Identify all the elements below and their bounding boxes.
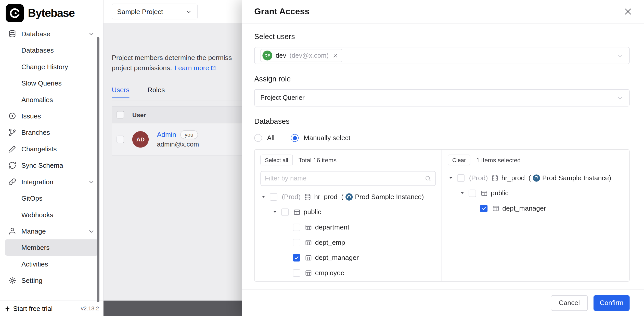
checkbox[interactable] — [293, 269, 300, 276]
modal-footer: Cancel Confirm — [242, 289, 644, 316]
overlay-strip — [104, 301, 242, 316]
start-free-trial-link[interactable]: Start free trial — [13, 305, 53, 312]
project-selector-value: Sample Project — [117, 8, 163, 16]
databases-label: Databases — [254, 117, 629, 126]
sidebar-item-change-history[interactable]: Change History — [5, 58, 98, 75]
chevron-down-icon — [185, 8, 192, 15]
database-node-icon — [491, 174, 499, 181]
chevron-down-icon — [88, 178, 95, 185]
radio-all[interactable] — [254, 134, 262, 142]
sidebar-item-database[interactable]: Database — [5, 26, 98, 42]
chevron-down-icon — [88, 30, 95, 37]
members-description-line2: project permissions. Learn more — [112, 64, 216, 72]
paren-open: ( — [529, 174, 531, 182]
source-tree-row-hr-prod: (Prod)hr_prod(Prod Sample Instance) — [260, 189, 436, 204]
chevron-down-icon — [88, 228, 95, 235]
target-tree-row-public: public — [448, 186, 624, 201]
database-icon — [8, 30, 16, 38]
checkbox[interactable] — [281, 208, 289, 216]
cancel-button[interactable]: Cancel — [551, 295, 588, 311]
sidebar-item-setting[interactable]: Setting — [5, 272, 98, 288]
remove-user-icon[interactable] — [333, 53, 338, 58]
source-pane-header: Select all Total 16 items — [260, 155, 436, 165]
member-name-link[interactable]: Admin — [157, 131, 176, 139]
sidebar-item-webhooks[interactable]: Webhooks — [5, 206, 98, 223]
modal-title: Grant Access — [254, 7, 310, 17]
manage-icon — [8, 227, 16, 235]
sidebar-item-label: Manage — [21, 227, 83, 235]
database-node-icon — [304, 193, 311, 200]
setting-icon — [8, 276, 16, 285]
role-value: Project Querier — [260, 94, 304, 102]
members-tabs: Users Roles — [112, 86, 165, 98]
sidebar-item-changelists[interactable]: Changelists — [5, 141, 98, 157]
table-icon — [305, 224, 312, 231]
checkbox[interactable] — [480, 204, 487, 212]
checkbox[interactable] — [293, 239, 300, 246]
sparkle-icon — [4, 305, 11, 312]
check-icon — [294, 255, 299, 260]
source-tree-row-dept-manager: dept_manager — [260, 250, 436, 265]
sidebar-item-manage[interactable]: Manage — [5, 223, 98, 239]
sidebar-item-label: Changelists — [21, 145, 95, 153]
schema-icon — [293, 208, 301, 216]
tab-users[interactable]: Users — [112, 86, 129, 98]
sidebar-item-databases[interactable]: Databases — [5, 42, 98, 58]
row-checkbox[interactable] — [117, 136, 124, 143]
select-all-checkbox[interactable] — [117, 111, 124, 118]
learn-more-link[interactable]: Learn more — [174, 64, 216, 72]
sidebar-item-label: Webhooks — [21, 211, 95, 219]
node-name: department — [315, 223, 349, 231]
select-users-input[interactable]: DE dev (dev@x.com) — [254, 47, 629, 64]
description-text: project permissions. — [112, 64, 172, 72]
tab-roles[interactable]: Roles — [148, 86, 165, 98]
caret-down-icon[interactable] — [459, 190, 465, 196]
sidebar-item-label: Databases — [21, 46, 95, 54]
app-root: Bytebase DatabaseDatabasesChange History… — [0, 0, 644, 316]
total-count: Total 16 items — [299, 156, 337, 163]
checkbox[interactable] — [469, 189, 476, 197]
sidebar-item-slow-queries[interactable]: Slow Queries — [5, 75, 98, 91]
caret-down-icon[interactable] — [272, 209, 278, 215]
sidebar-item-issues[interactable]: Issues — [5, 108, 98, 124]
postgres-icon — [345, 193, 353, 201]
check-icon — [481, 206, 486, 211]
radio-manually-select[interactable] — [291, 134, 299, 142]
sidebar-item-members[interactable]: Members — [5, 239, 98, 256]
caret-down-icon[interactable] — [260, 194, 266, 199]
integration-icon — [8, 178, 16, 186]
transfer-source-pane: Select all Total 16 items (Prod)hr_prod(… — [255, 150, 442, 281]
source-tree-row-dept-emp: dept_emp — [260, 235, 436, 250]
transfer-target-pane: Clear 1 items selected (Prod)hr_prod(Pro… — [442, 150, 629, 281]
avatar: DE — [262, 51, 272, 60]
checkbox[interactable] — [293, 254, 300, 261]
sidebar-item-integration[interactable]: Integration — [5, 174, 98, 190]
project-selector[interactable]: Sample Project — [112, 4, 198, 19]
sidebar-item-activities[interactable]: Activities — [5, 256, 98, 272]
source-tree-row-department: department — [260, 220, 436, 235]
selected-count: 1 items selected — [476, 156, 521, 163]
sidebar-scrollbar[interactable] — [97, 37, 99, 302]
sidebar-item-branches[interactable]: Branches — [5, 124, 98, 141]
logo[interactable]: Bytebase — [0, 0, 103, 26]
sidebar-item-sync-schema[interactable]: Sync Schema — [5, 157, 98, 173]
node-name: dept_manager — [502, 204, 546, 212]
checkbox[interactable] — [457, 174, 465, 181]
clear-button[interactable]: Clear — [448, 155, 470, 165]
learn-more-label: Learn more — [174, 64, 209, 72]
checkbox[interactable] — [270, 193, 277, 200]
instance-info: (Prod Sample Instance) — [529, 174, 611, 182]
caret-down-icon[interactable] — [448, 175, 454, 180]
assign-role-select[interactable]: Project Querier — [254, 89, 629, 107]
confirm-button[interactable]: Confirm — [594, 295, 630, 311]
sidebar-item-anomalies[interactable]: Anomalies — [5, 91, 98, 108]
node-name: dept_manager — [315, 254, 359, 262]
sidebar-item-gitops[interactable]: GitOps — [5, 190, 98, 206]
issues-icon — [8, 112, 16, 120]
checkbox[interactable] — [293, 224, 300, 231]
filter-input[interactable] — [265, 175, 425, 182]
chip-user-name: dev — [276, 52, 286, 59]
select-all-button[interactable]: Select all — [260, 155, 293, 165]
bytebase-logo-icon — [6, 4, 24, 22]
close-icon[interactable] — [623, 7, 632, 16]
